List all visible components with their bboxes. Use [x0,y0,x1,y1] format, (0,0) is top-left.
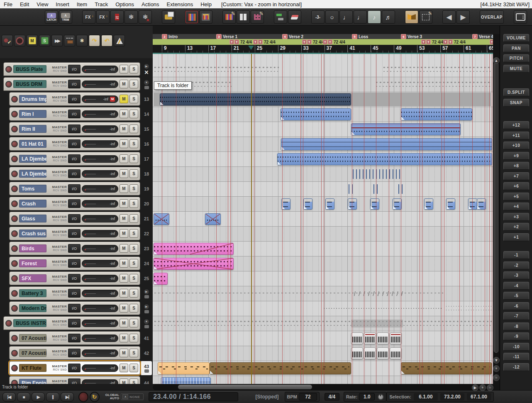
record-button[interactable] [78,392,88,402]
mute-button[interactable]: M [120,289,128,298]
horizontal-scrollbar[interactable] [153,384,493,390]
tempo-marker[interactable]: TT72 4/4 [490,39,493,44]
media-item[interactable] [281,198,290,210]
record-arm-button[interactable] [11,141,18,147]
panel-button-volume[interactable]: VOLUME [503,34,529,42]
record-arm-button[interactable] [11,350,18,357]
media-item[interactable] [377,332,389,344]
record-arm-button[interactable] [11,156,18,162]
zoom-out-horizontal-button[interactable]: − [487,384,493,391]
volume-fader[interactable]: -inf [82,275,118,282]
menu-actions[interactable]: Actions [138,1,163,7]
note-half-button[interactable]: ♩ [339,10,353,24]
mute-button[interactable]: M [120,199,128,208]
wave-red-button[interactable] [110,10,124,24]
media-item[interactable] [424,198,433,210]
note-eighth-button[interactable]: ♪ [368,10,381,24]
pitch-button-+10[interactable]: +10 [503,142,529,149]
latch-button[interactable]: LATCH [45,10,58,24]
solo-button[interactable]: S [129,274,138,283]
trim-behind-button[interactable] [419,10,432,24]
tempo-marker[interactable]: TT72 4/4 [323,39,345,44]
record-arm-button[interactable] [11,290,18,297]
time-signature[interactable]: 4/4 [325,393,339,401]
solo-button[interactable]: S [129,319,138,327]
volume-fader[interactable]: -inf [82,110,118,118]
media-item[interactable] [353,169,403,179]
io-button[interactable]: I/O [68,199,81,208]
mute-button[interactable]: M [120,304,128,313]
mute-button[interactable]: M [120,125,128,133]
pitch-button-+1[interactable]: +1 [503,233,529,241]
track-row[interactable]: Crash susMASTERRCV SNDI/O-infMS [9,227,140,240]
folder-collapsed-icon[interactable] [144,304,149,310]
media-item[interactable] [281,108,351,120]
selection-start[interactable]: 6.1.00 [414,393,438,401]
note-sixteenth-button[interactable]: ♬ [382,10,395,24]
media-item[interactable] [364,347,376,359]
menu-help[interactable]: Help [197,1,215,7]
horizontal-scrollbar-thumb[interactable] [178,385,312,389]
pitch-button--12[interactable]: -12 [503,363,529,371]
play-fwd-button[interactable]: ▶▶ [51,35,63,46]
zoom-out-vertical-button[interactable]: − [493,374,500,381]
track-name[interactable]: LA Djembe [19,155,46,163]
media-item[interactable] [161,377,211,384]
record-arm-button[interactable] [11,335,18,342]
solo-button[interactable]: S [129,214,138,223]
rate-value[interactable]: 1.0 [359,393,375,401]
record-arm-button[interactable] [11,96,18,103]
volume-fader[interactable]: -inf [82,81,118,88]
record-arm-button[interactable] [11,171,18,177]
track-row[interactable]: TomsMASTERRCV SNDI/O-infMS [9,182,140,195]
mute-button[interactable]: M [120,65,128,73]
pitch-button--8[interactable]: -8 [503,322,529,330]
menu-insert[interactable]: Insert [52,1,73,7]
ruler[interactable]: 91317212529333741454953576165 [153,45,493,53]
media-item[interactable] [398,184,404,194]
media-item[interactable] [277,153,492,165]
io-button[interactable]: I/O [68,274,81,283]
solo-button[interactable]: S [129,379,138,384]
solo-button[interactable]: S [129,169,138,178]
volume-fader[interactable]: -inf [82,200,118,208]
io-button[interactable]: I/O [68,319,81,327]
io-button[interactable]: I/O [68,95,81,103]
item-stripes-box-button[interactable] [199,10,212,24]
pitch-button--9[interactable]: -9 [503,332,529,340]
mute-button[interactable]: M [120,259,128,268]
marker-lane[interactable]: 2Intro3Verse 14Verse 25Loss6Verse 37Vers… [153,34,493,39]
solo-button[interactable]: S [129,349,138,357]
screen-button[interactable] [514,10,527,24]
solo-button[interactable]: S [129,110,138,118]
mute-button[interactable]: M [120,139,128,148]
mute-button[interactable]: M [120,349,128,357]
media-item[interactable] [154,273,168,285]
solo-button[interactable]: S [129,95,138,103]
media-item[interactable] [349,184,354,194]
menu-view[interactable]: View [33,1,52,7]
scroll-up-button[interactable]: ▲ [493,57,500,64]
media-item[interactable] [351,347,363,359]
track-name[interactable]: BUSS INSTR [13,319,46,327]
tempo-lane[interactable]: TT72 4/4TT72 4/4TT72 4/4TT72 4/4TT72 4/4… [153,39,493,45]
media-item[interactable] [373,184,379,194]
repeat-button[interactable]: ↻ [90,392,100,402]
mute-button[interactable]: M [120,244,128,253]
record-arm-button[interactable] [5,320,12,327]
tuplet-button[interactable]: -3- [311,10,325,24]
zoom-in-horizontal-button[interactable]: + [479,384,486,391]
media-item[interactable] [281,138,492,150]
solo-button[interactable]: S [129,184,138,193]
vertical-scrollbar[interactable] [493,34,500,390]
io-button[interactable]: I/O [68,334,81,342]
menu-extensions[interactable]: Extensions [163,1,197,7]
track-row[interactable]: ForestMASTERRCV SNDI/O-infMS [9,256,140,270]
mute-button[interactable]: M [120,319,128,327]
record-arm-button[interactable] [11,186,18,192]
record-arm-button[interactable] [5,66,12,73]
media-item[interactable] [303,198,312,210]
track-row[interactable]: Rim EngineMASTERRCV SNDI/O-infMS [9,376,140,384]
media-item[interactable] [205,213,221,225]
pitch-button-+6[interactable]: +6 [503,182,529,190]
